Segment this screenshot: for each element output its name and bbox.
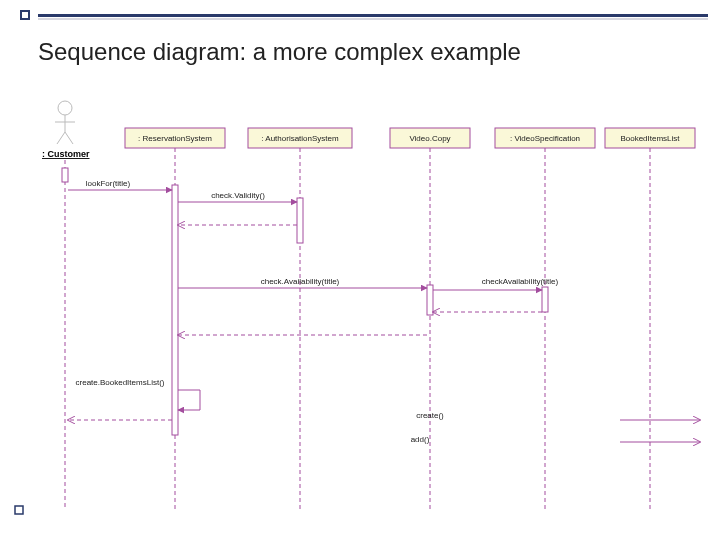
divider-dark (38, 14, 708, 17)
svg-text:: AuthorisationSystem: : AuthorisationSystem (261, 134, 339, 143)
activation-bar (62, 168, 68, 182)
object-authorisation-system: : AuthorisationSystem (248, 128, 352, 148)
svg-text:BookedItemsList: BookedItemsList (620, 134, 680, 143)
svg-point-0 (58, 101, 72, 115)
slide-decoration (0, 6, 720, 22)
object-video-specification: : VideoSpecification (495, 128, 595, 148)
page-title: Sequence diagram: a more complex example (38, 38, 521, 66)
svg-text:lookFor(title): lookFor(title) (86, 179, 131, 188)
divider-light (38, 18, 708, 20)
message-add: add() (411, 435, 430, 444)
bullet-icon (15, 506, 23, 514)
slide: Sequence diagram: a more complex example… (0, 0, 720, 540)
object-reservation-system: : ReservationSystem (125, 128, 225, 148)
activation-bar (542, 287, 548, 312)
svg-text:checkAvailability(title): checkAvailability(title) (482, 277, 559, 286)
activation-bar (172, 185, 178, 435)
object-booked-items-list: BookedItemsList (605, 128, 695, 148)
message-create-bil-label: create.BookedItemsList() (76, 378, 165, 387)
object-video-copy: Video.Copy (390, 128, 470, 148)
activation-bar (427, 285, 433, 315)
sequence-diagram: : Customer : ReservationSystem : Authori… (0, 90, 720, 540)
svg-text:: VideoSpecification: : VideoSpecification (510, 134, 580, 143)
bullet-icon (20, 10, 30, 20)
svg-line-3 (57, 132, 65, 144)
svg-text:check.Validity(): check.Validity() (211, 191, 265, 200)
svg-text:check.Availability(title): check.Availability(title) (261, 277, 340, 286)
svg-text:: ReservationSystem: : ReservationSystem (138, 134, 212, 143)
svg-line-4 (65, 132, 73, 144)
message-create: create() (416, 411, 444, 420)
actor-customer: : Customer (42, 101, 90, 159)
actor-label: : Customer (42, 149, 90, 159)
activation-bar (297, 198, 303, 243)
svg-text:Video.Copy: Video.Copy (409, 134, 450, 143)
self-call (178, 390, 200, 410)
